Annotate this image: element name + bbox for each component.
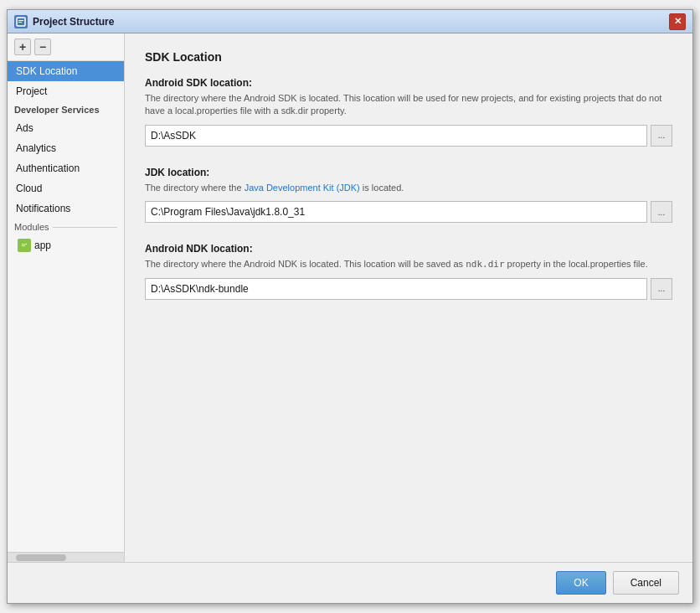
sidebar-item-analytics[interactable]: Analytics [8, 138, 124, 158]
android-ndk-description: The directory where the Android NDK is l… [145, 258, 672, 270]
jdk-browse-button[interactable]: ... [651, 201, 672, 223]
android-sdk-field-row: ... [145, 125, 672, 147]
jdk-field-row: ... [145, 201, 672, 223]
sidebar-item-authentication[interactable]: Authentication [8, 158, 124, 178]
android-ndk-field-group: Android NDK location: The directory wher… [145, 243, 672, 299]
sidebar-item-project[interactable]: Project [8, 81, 124, 101]
jdk-input[interactable] [145, 201, 647, 223]
sidebar-item-sdk-location[interactable]: SDK Location [8, 61, 124, 81]
sidebar-item-app[interactable]: app [8, 235, 124, 255]
sidebar-scrollbar-thumb [16, 554, 66, 561]
page-title: SDK Location [145, 50, 672, 64]
remove-button[interactable]: − [34, 39, 51, 55]
close-button[interactable]: ✕ [669, 13, 686, 30]
android-ndk-label: Android NDK location: [145, 243, 672, 255]
jdk-field-group: JDK location: The directory where the Ja… [145, 167, 672, 223]
ok-button[interactable]: OK [556, 571, 605, 595]
sidebar-item-notifications[interactable]: Notifications [8, 198, 124, 219]
sidebar-item-ads[interactable]: Ads [8, 118, 124, 138]
jdk-description: The directory where the Java Development… [145, 182, 672, 194]
app-icon [14, 15, 28, 28]
modules-divider [53, 227, 117, 228]
add-button[interactable]: + [14, 39, 31, 55]
dialog-body: + − SDK Location Project Developer Servi… [8, 33, 692, 562]
android-sdk-browse-button[interactable]: ... [651, 125, 672, 147]
svg-rect-5 [22, 245, 25, 246]
dialog-footer: OK Cancel [8, 562, 692, 603]
main-content: SDK Location Android SDK location: The d… [125, 33, 692, 562]
developer-services-label: Developer Services [8, 101, 124, 118]
svg-rect-2 [18, 22, 22, 23]
android-ndk-browse-button[interactable]: ... [651, 278, 672, 300]
ndk-dir-code: ndk.dir [466, 259, 504, 270]
title-bar: Project Structure ✕ [8, 10, 692, 33]
sidebar-toolbar: + − [8, 33, 124, 61]
svg-rect-1 [18, 20, 23, 21]
svg-rect-4 [22, 244, 27, 245]
jdk-label: JDK location: [145, 167, 672, 178]
cancel-button[interactable]: Cancel [613, 571, 679, 595]
android-sdk-field-group: Android SDK location: The directory wher… [145, 77, 672, 147]
android-sdk-description: The directory where the Android SDK is l… [145, 92, 672, 118]
dialog-title: Project Structure [33, 16, 669, 28]
jdk-link[interactable]: Java Development Kit (JDK) [244, 183, 360, 193]
project-structure-dialog: Project Structure ✕ + − SDK Location Pro… [7, 9, 693, 604]
modules-section: Modules [8, 219, 124, 235]
module-icon [18, 239, 31, 252]
sidebar: + − SDK Location Project Developer Servi… [8, 33, 125, 562]
android-sdk-input[interactable] [145, 125, 647, 147]
android-ndk-field-row: ... [145, 278, 672, 300]
sidebar-item-cloud[interactable]: Cloud [8, 178, 124, 198]
android-ndk-input[interactable] [145, 278, 647, 300]
sidebar-scrollbar[interactable] [8, 552, 124, 562]
android-sdk-label: Android SDK location: [145, 77, 672, 89]
